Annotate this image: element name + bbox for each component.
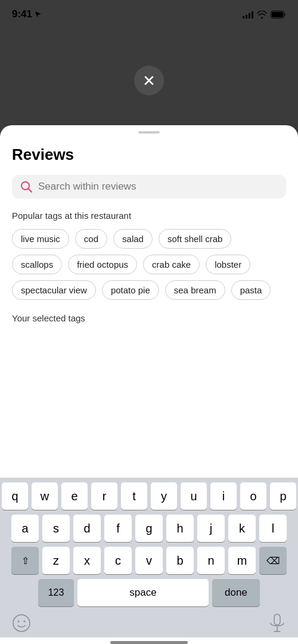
tag-crab-cake[interactable]: crab cake — [143, 255, 200, 274]
tag-scallops[interactable]: scallops — [12, 255, 62, 274]
popular-tags-label: Popular tags at this restaurant — [12, 210, 286, 221]
svg-line-5 — [29, 189, 32, 193]
key-b[interactable]: b — [166, 547, 194, 574]
key-r[interactable]: r — [91, 482, 117, 510]
key-d[interactable]: d — [73, 515, 101, 542]
key-shift[interactable]: ⇧ — [11, 547, 39, 574]
keyboard-row-2: ⇧zxcvbnm⌫ — [2, 547, 296, 574]
key-x[interactable]: x — [73, 547, 101, 574]
search-input[interactable] — [38, 181, 278, 193]
keyboard-bottom-bar — [0, 610, 298, 637]
key-u[interactable]: u — [181, 482, 207, 510]
tag-sea-bream[interactable]: sea bream — [165, 280, 225, 300]
key-y[interactable]: y — [151, 482, 177, 510]
tag-pasta[interactable]: pasta — [231, 280, 271, 300]
keyboard: qwertyuiopasdfghjkl⇧zxcvbnm⌫123spacedone — [0, 478, 298, 610]
key-done[interactable]: done — [212, 579, 260, 606]
bottom-sheet: Reviews Popular tags at this restaurant … — [0, 125, 298, 644]
tag-soft-shell-crab[interactable]: soft shell crab — [159, 229, 232, 249]
battery-icon — [271, 11, 286, 18]
key-l[interactable]: l — [259, 515, 287, 542]
wifi-icon — [257, 11, 267, 18]
svg-point-7 — [18, 621, 20, 623]
key-h[interactable]: h — [166, 515, 194, 542]
search-bar[interactable] — [12, 175, 286, 199]
key-i[interactable]: i — [210, 482, 237, 510]
status-time: 9:41 — [12, 8, 32, 20]
svg-point-8 — [24, 621, 26, 623]
close-button-wrap — [134, 66, 164, 95]
tag-fried-octopus[interactable]: fried octopus — [68, 255, 137, 274]
key-z[interactable]: z — [42, 547, 70, 574]
x-icon — [143, 75, 155, 86]
selected-tags-label: Your selected tags — [12, 313, 286, 323]
status-icons — [243, 10, 286, 18]
key-q[interactable]: q — [2, 482, 28, 510]
key-o[interactable]: o — [240, 482, 266, 510]
key-j[interactable]: j — [197, 515, 225, 542]
tag-live-music[interactable]: live music — [12, 229, 69, 249]
key-e[interactable]: e — [61, 482, 88, 510]
key-space[interactable]: space — [77, 579, 209, 606]
home-indicator — [110, 641, 188, 644]
tags-container: live musiccodsaladsoft shell crabscallop… — [12, 229, 286, 300]
location-arrow-icon — [35, 11, 42, 18]
svg-point-6 — [13, 615, 30, 631]
microphone-icon — [268, 614, 286, 633]
signal-bars-icon — [243, 10, 253, 18]
keyboard-row-0: qwertyuiop — [2, 482, 296, 510]
key-backspace[interactable]: ⌫ — [259, 547, 287, 574]
key-s[interactable]: s — [42, 515, 70, 542]
svg-rect-9 — [274, 614, 280, 625]
keyboard-row-1: asdfghjkl — [2, 515, 296, 542]
key-g[interactable]: g — [135, 515, 163, 542]
tag-cod[interactable]: cod — [75, 229, 107, 249]
sheet-title: Reviews — [12, 145, 286, 164]
key-m[interactable]: m — [228, 547, 256, 574]
search-icon — [20, 181, 32, 193]
tag-potato-pie[interactable]: potato pie — [102, 280, 159, 300]
tag-lobster[interactable]: lobster — [206, 255, 250, 274]
key-n[interactable]: n — [197, 547, 225, 574]
key-k[interactable]: k — [228, 515, 256, 542]
status-bar: 9:41 — [0, 0, 298, 26]
key-t[interactable]: t — [121, 482, 147, 510]
key-a[interactable]: a — [11, 515, 39, 542]
key-p[interactable]: p — [270, 482, 296, 510]
svg-rect-1 — [272, 12, 283, 17]
tag-salad[interactable]: salad — [113, 229, 153, 249]
key-f[interactable]: f — [104, 515, 132, 542]
tag-spectacular-view[interactable]: spectacular view — [12, 280, 96, 300]
key-c[interactable]: c — [104, 547, 132, 574]
key-num[interactable]: 123 — [38, 579, 74, 606]
keyboard-row-3: 123spacedone — [2, 579, 296, 606]
key-v[interactable]: v — [135, 547, 163, 574]
emoji-icon — [12, 614, 31, 633]
sheet-content: Reviews Popular tags at this restaurant … — [0, 134, 298, 478]
key-w[interactable]: w — [32, 482, 58, 510]
close-button[interactable] — [134, 66, 164, 95]
